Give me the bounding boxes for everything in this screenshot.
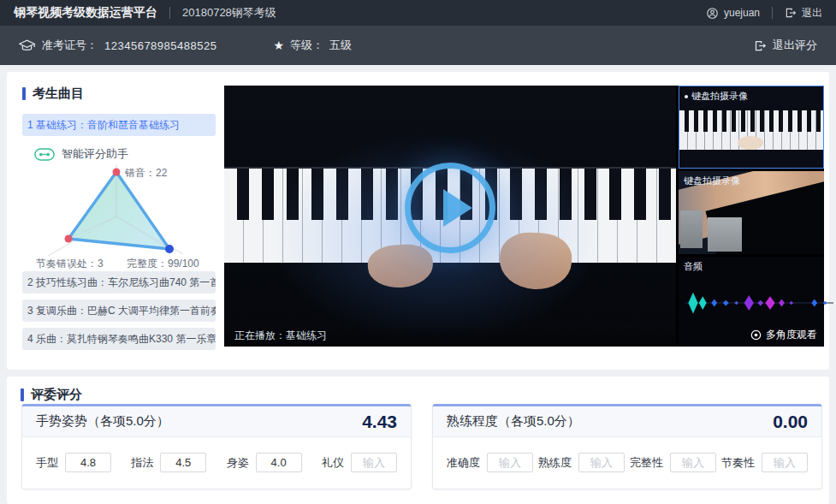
scoring-card-title: 手势姿势（各项5.0分）: [36, 413, 169, 430]
now-playing-label: 正在播放：基础练习: [234, 329, 327, 341]
pianist-right-hand: [498, 231, 572, 291]
song-list-sidebar: 考生曲目 1 基础练习：音阶和琶音基础练习 智能评分助手: [19, 72, 219, 370]
session-title: 20180728钢琴考级: [182, 5, 276, 21]
song-item-1[interactable]: 1 基础练习：音阶和琶音基础练习: [22, 114, 216, 136]
multi-angle-eye-icon: [750, 329, 762, 341]
user-account[interactable]: yuejuan: [706, 7, 760, 20]
graduation-cap-icon: [19, 39, 35, 53]
song-item-name: 巴赫C 大调平均律第一首前奏曲: [87, 305, 216, 317]
star-icon: ★: [273, 39, 284, 51]
radar-metric-rhythm-errors: 节奏错误处：3: [36, 257, 104, 271]
scoring-card-total: 0.00: [773, 412, 808, 432]
play-button[interactable]: [405, 163, 495, 253]
level-label: 等级：: [290, 38, 323, 53]
song-item-3[interactable]: 3 复调乐曲：巴赫C 大调平均律第一首前奏曲: [22, 299, 216, 322]
play-icon: [443, 189, 472, 227]
audio-label: 音频: [684, 260, 703, 273]
exam-id-group: 准考证号： 12345678985488525: [19, 38, 216, 53]
divider: [772, 7, 773, 19]
radar-metric-wrong-notes: 错音：22: [125, 166, 167, 181]
song-item-label: 1 基础练习：: [27, 119, 87, 131]
audio-waveform: [685, 288, 833, 318]
camera-thumb-label: 键盘拍摄录像: [684, 175, 740, 187]
score-field-accuracy: 准确度: [447, 453, 533, 472]
scoring-card-title: 熟练程度（各项5.0分）: [447, 413, 580, 430]
assistant-robot-icon: [34, 148, 55, 161]
score-field-etiquette: 礼仪: [322, 453, 397, 472]
posture-input[interactable]: [256, 453, 302, 472]
exam-main-card: 考生曲目 1 基础练习：音阶和琶音基础练习 智能评分助手: [7, 72, 829, 370]
recording-dot-icon: [685, 95, 688, 98]
exam-id-label: 准考证号：: [42, 38, 98, 53]
camera-thumb-text: 键盘拍摄录像: [684, 175, 740, 187]
score-field-posture: 身姿: [227, 453, 302, 472]
radar-chart: 错音：22 节奏错误处：3 完整度：99/100: [19, 163, 219, 271]
assistant-label: 智能评分助手: [62, 146, 128, 162]
exit-scoring-label: 退出评分: [773, 38, 817, 53]
song-item-name: 音阶和琶音基础练习: [87, 119, 180, 131]
song-item-label: 3 复调乐曲：: [27, 305, 87, 317]
field-label: 身姿: [227, 455, 249, 471]
app-title: 钢琴视频考级数据运营平台: [14, 5, 157, 21]
logout-button[interactable]: 退出: [785, 6, 822, 21]
scoring-card-body: 手型 指法 身姿 礼仪: [22, 437, 411, 488]
field-label: 指法: [131, 455, 153, 471]
song-item-2[interactable]: 2 技巧性练习曲：车尔尼练习曲740 第一首: [22, 271, 216, 294]
hand-shape-input[interactable]: [65, 453, 111, 472]
camera-thumb-label: 键盘拍摄录像: [685, 90, 748, 103]
user-icon: [706, 7, 719, 20]
mini-keyboard-black-keys: [679, 110, 823, 132]
score-field-rhythm: 节奏性: [721, 453, 808, 472]
field-label: 熟练度: [538, 455, 572, 471]
field-label: 完整性: [630, 455, 663, 471]
song-item-label: 2 技巧性练习曲：: [27, 276, 108, 288]
scoring-card-body: 准确度 熟练度 完整性 节奏性: [433, 437, 821, 488]
camera-angle-column: 键盘拍摄录像 键盘拍摄录像 音频: [679, 86, 824, 347]
song-item-name: 莫扎特钢琴奏鸣曲K330 第一乐章: [67, 333, 216, 345]
ai-scoring-assistant[interactable]: 智能评分助手: [34, 146, 219, 162]
media-region: 正在播放：基础练习 键盘拍摄录像 键盘拍摄录像: [224, 86, 824, 347]
audio-track-panel[interactable]: 音频: [679, 257, 824, 347]
exam-info-bar: 准考证号： 12345678985488525 ★ 等级： 五级 退出评分: [0, 26, 836, 65]
mini-hand-graphic: [738, 136, 763, 150]
field-label: 准确度: [447, 455, 480, 471]
level-value: 五级: [329, 38, 352, 53]
multi-angle-button[interactable]: 多角度观看: [750, 328, 817, 342]
audio-text: 音频: [684, 260, 703, 273]
field-label: 手型: [36, 455, 58, 471]
accuracy-input[interactable]: [487, 453, 533, 472]
scoring-card-header: 手势姿势（各项5.0分） 4.43: [22, 406, 411, 437]
scoring-card-total: 4.43: [362, 412, 397, 432]
scoring-section-title: 评委评分: [21, 387, 829, 403]
etiquette-input[interactable]: [351, 453, 397, 472]
song-item-4[interactable]: 4 乐曲：莫扎特钢琴奏鸣曲K330 第一乐章: [22, 328, 216, 350]
logout-label: 退出: [802, 6, 822, 21]
background-block: [708, 217, 742, 252]
multi-angle-label: 多角度观看: [766, 328, 817, 342]
now-playing-bar: 正在播放：基础练习: [224, 324, 676, 347]
score-field-proficiency: 熟练度: [538, 453, 625, 472]
camera-thumb-keyboard-top[interactable]: 键盘拍摄录像: [679, 86, 824, 169]
scoring-card-header: 熟练程度（各项5.0分） 0.00: [433, 406, 821, 437]
song-item-label: 4 乐曲：: [27, 333, 67, 345]
camera-thumb-text: 键盘拍摄录像: [691, 90, 748, 103]
completeness-input[interactable]: [670, 453, 716, 472]
scoring-card-proficiency: 熟练程度（各项5.0分） 0.00 准确度 熟练度 完整性 节奏性: [432, 404, 822, 489]
fingering-input[interactable]: [160, 453, 206, 472]
camera-thumb-keyboard-side[interactable]: 键盘拍摄录像: [679, 171, 824, 254]
field-label: 节奏性: [721, 455, 755, 471]
proficiency-input[interactable]: [578, 453, 625, 472]
rhythm-input[interactable]: [762, 453, 808, 472]
scoring-card-gesture: 手势姿势（各项5.0分） 4.43 手型 指法 身姿 礼仪: [21, 404, 412, 489]
score-field-completeness: 完整性: [630, 453, 716, 472]
field-label: 礼仪: [322, 455, 344, 471]
song-list-title: 考生曲目: [22, 86, 219, 102]
radar-metric-completeness: 完整度：99/100: [127, 257, 199, 271]
exit-scoring-button[interactable]: 退出评分: [754, 38, 817, 53]
main-video-player[interactable]: 正在播放：基础练习: [224, 86, 676, 347]
radar-chart-svg: [27, 163, 207, 271]
pianist-left-hand: [366, 242, 434, 289]
level-group: ★ 等级： 五级: [273, 38, 352, 53]
top-navbar: 钢琴视频考级数据运营平台 20180728钢琴考级 yuejuan 退出: [0, 0, 836, 26]
score-field-hand-shape: 手型: [36, 453, 111, 472]
